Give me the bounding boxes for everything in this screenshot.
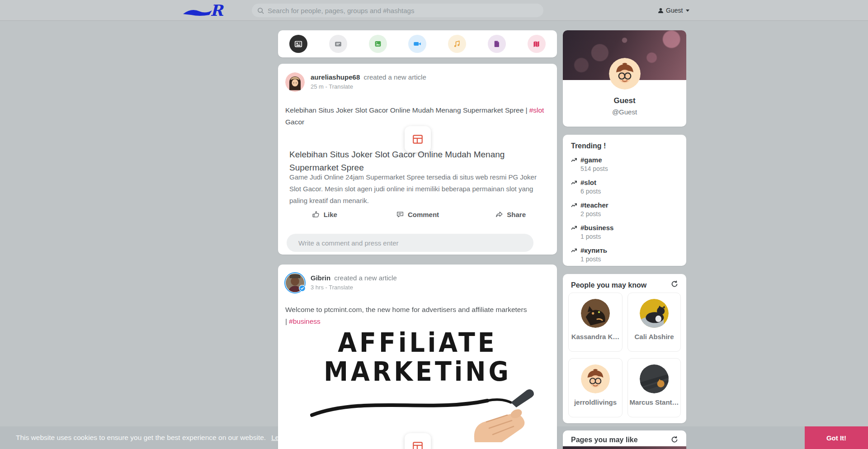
brand-logo[interactable]: R xyxy=(182,2,241,19)
brand-logo-icon: R xyxy=(182,2,241,19)
person-avatar xyxy=(581,299,610,328)
hashtag-link[interactable]: #business xyxy=(289,317,321,325)
maps-icon xyxy=(532,40,541,48)
profile-name: Guest xyxy=(563,96,686,105)
cookie-message: This website uses cookies to ensure you … xyxy=(16,434,266,442)
feed-post: aureliashupe68 created a new article 25 … xyxy=(278,64,557,255)
people-title: People you may know xyxy=(571,281,646,289)
refresh-icon xyxy=(671,436,678,443)
people-grid: Kassandra K… Cali Abshire xyxy=(568,293,681,417)
refresh-button[interactable] xyxy=(671,280,679,288)
hashtag-link[interactable]: #slot xyxy=(529,106,544,114)
post-header: Gibrin created a new article xyxy=(311,274,397,282)
person-name: Marcus Stant… xyxy=(628,398,680,406)
files-icon xyxy=(493,40,501,48)
translate-link[interactable]: Translate xyxy=(329,284,353,291)
filter-text-posts-button[interactable] xyxy=(329,35,347,53)
trending-up-icon xyxy=(571,225,577,231)
cat-tortie-avatar xyxy=(581,299,610,328)
post-actions: Like Comment Share xyxy=(278,205,557,224)
post-meta: 3 hrs - Translate xyxy=(311,284,353,291)
share-button[interactable]: Share xyxy=(464,205,557,224)
verified-badge-icon xyxy=(299,285,306,293)
profile-avatar[interactable] xyxy=(609,58,641,90)
person-name: Cali Abshire xyxy=(628,333,680,340)
photos-icon xyxy=(373,39,382,48)
filter-files-button[interactable] xyxy=(488,35,506,53)
memoji-woman-avatar xyxy=(285,72,305,92)
person-name: Kassandra K… xyxy=(569,333,622,340)
post-text: Kelebihan Situs Joker Slot Gacor Online … xyxy=(285,104,550,128)
feed-post: Gibrin created a new article 3 hrs - Tra… xyxy=(278,265,557,449)
article-preview-iconbox[interactable] xyxy=(405,433,431,449)
user-menu[interactable]: Guest xyxy=(658,0,689,21)
svg-text:R: R xyxy=(210,2,224,19)
chevron-down-icon xyxy=(686,9,689,12)
trending-item[interactable]: #teacher 2 posts xyxy=(571,201,675,217)
got-it-button[interactable]: Got It! xyxy=(805,426,868,449)
refresh-button[interactable] xyxy=(671,436,679,444)
trending-up-icon xyxy=(571,203,577,208)
page-cover-image xyxy=(563,446,686,449)
trending-up-icon xyxy=(571,248,577,253)
trending-title: Trending ! xyxy=(571,142,606,150)
like-label: Like xyxy=(324,211,337,218)
post-author-avatar[interactable] xyxy=(285,72,305,92)
top-navbar: R Guest xyxy=(0,0,868,21)
post-text: Welcome to ptcmint.com, the new home for… xyxy=(285,304,550,327)
filter-sounds-button[interactable] xyxy=(448,35,466,53)
article-description: Game Judi Online 24jam Supermarket Spree… xyxy=(289,171,542,207)
post-action-text: created a new article xyxy=(334,274,396,282)
filter-videos-button[interactable] xyxy=(408,35,426,53)
search-icon xyxy=(257,7,264,14)
person-name: jerroldlivings xyxy=(569,398,622,406)
post-header: aureliashupe68 created a new article xyxy=(311,73,426,81)
cat-dark-avatar xyxy=(640,364,669,393)
text-posts-icon xyxy=(334,39,343,48)
article-image[interactable]: AFFiLiATE MARKETiNG xyxy=(285,327,550,442)
profile-handle: @Guest xyxy=(563,108,686,116)
post-action-text: created a new article xyxy=(363,73,426,81)
memoji-man-avatar xyxy=(609,58,641,90)
marker-underline-and-hand xyxy=(285,327,550,442)
search-input[interactable] xyxy=(268,7,521,14)
post-time: 25 m xyxy=(311,83,324,90)
person-avatar xyxy=(581,364,610,393)
post-author-avatar[interactable] xyxy=(284,272,306,293)
trending-item[interactable]: #business 1 posts xyxy=(571,224,675,240)
article-icon xyxy=(412,440,424,449)
comment-button[interactable]: Comment xyxy=(371,205,464,224)
translate-link[interactable]: Translate xyxy=(329,83,353,90)
like-button[interactable]: Like xyxy=(278,205,371,224)
search-bar[interactable] xyxy=(252,4,543,17)
people-you-may-know-card: People you may know xyxy=(563,274,686,423)
post-time: 3 hrs xyxy=(311,284,324,291)
filter-all-posts-button[interactable] xyxy=(289,35,307,53)
person-card[interactable]: Cali Abshire xyxy=(627,293,681,352)
filter-photos-button[interactable] xyxy=(369,35,387,53)
share-label: Share xyxy=(507,211,526,218)
post-author-name[interactable]: Gibrin xyxy=(311,274,330,282)
comment-label: Comment xyxy=(408,211,439,218)
videos-icon xyxy=(413,39,422,48)
trending-up-icon xyxy=(571,157,577,163)
pages-title: Pages you may like xyxy=(571,436,638,444)
trending-card: Trending ! #game 514 posts #slot 6 posts… xyxy=(563,135,686,266)
comment-input[interactable] xyxy=(298,239,515,247)
sounds-icon xyxy=(453,39,462,48)
trending-item[interactable]: #game 514 posts xyxy=(571,156,675,172)
article-icon xyxy=(412,133,424,145)
refresh-icon xyxy=(671,280,678,288)
filter-maps-button[interactable] xyxy=(528,35,546,53)
trending-item[interactable]: #slot 6 posts xyxy=(571,179,675,195)
user-icon xyxy=(658,8,664,14)
article-title[interactable]: Kelebihan Situs Joker Slot Gacor Online … xyxy=(289,148,545,174)
person-card[interactable]: Marcus Stant… xyxy=(627,358,681,417)
trending-item[interactable]: #купить 1 posts xyxy=(571,246,675,263)
memoji-man-avatar xyxy=(581,364,610,393)
person-card[interactable]: Kassandra K… xyxy=(568,293,623,352)
trending-up-icon xyxy=(571,180,577,185)
person-card[interactable]: jerroldlivings xyxy=(568,358,623,417)
profile-card: Guest @Guest xyxy=(563,30,686,127)
post-author-name[interactable]: aureliashupe68 xyxy=(311,73,360,81)
